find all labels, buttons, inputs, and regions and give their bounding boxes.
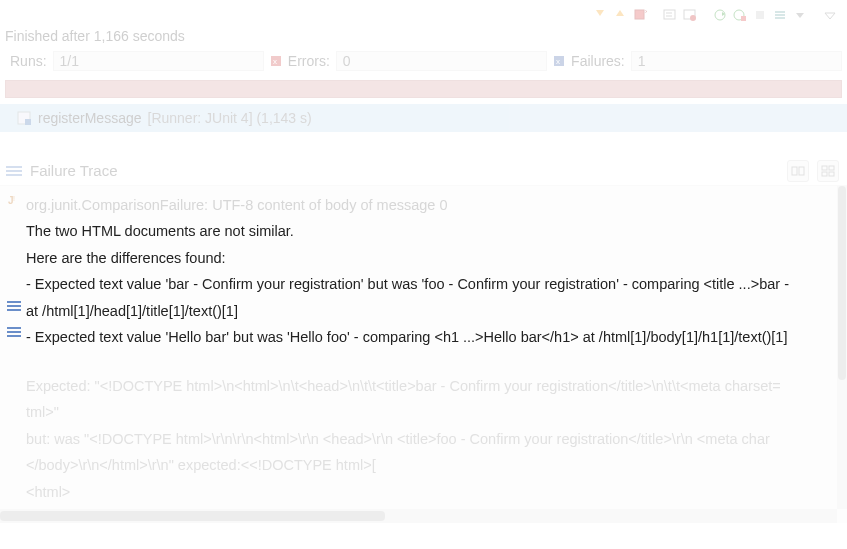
scroll-thumb[interactable]	[838, 186, 846, 380]
failures-label: Failures:	[571, 53, 625, 69]
failure-trace-header: Failure Trace	[0, 156, 847, 186]
trace-line[interactable]: at /html[1]/head[1]/title[1]/text()[1]	[6, 298, 837, 324]
trace-line[interactable]: but: was "<!DOCTYPE html>\r\n\r\n<html>\…	[6, 426, 837, 452]
failures-value: 1	[631, 51, 842, 71]
runs-label: Runs:	[10, 53, 47, 69]
errors-icon: x	[270, 55, 282, 67]
trace-line[interactable]: </body>\r\n</html>\r\n" expected:<<!DOCT…	[6, 452, 837, 478]
trace-line[interactable]: - Expected text value 'Hello bar' but wa…	[6, 324, 837, 350]
test-tree-item[interactable]: registerMessage [Runner: JUnit 4] (1,143…	[0, 104, 847, 132]
svg-rect-0	[635, 10, 644, 19]
filter-button[interactable]	[817, 160, 839, 182]
status-line: Finished after 1,166 seconds	[0, 26, 847, 48]
failure-trace-scroll[interactable]: J! org.junit.ComparisonFailure: UTF-8 co…	[0, 186, 837, 509]
trace-line[interactable]: The two HTML documents are not similar.	[6, 218, 837, 244]
svg-rect-13	[775, 17, 785, 19]
svg-rect-19	[25, 119, 31, 125]
svg-rect-11	[775, 11, 785, 13]
frame-icon	[6, 326, 22, 338]
svg-rect-9	[741, 16, 746, 21]
progress-bar	[5, 80, 842, 98]
spacer	[6, 351, 837, 373]
scroll-lock-icon[interactable]	[681, 6, 699, 24]
svg-rect-23	[792, 167, 797, 175]
trace-line[interactable]: Expected: "<!DOCTYPE html>\n<html>\n\t<h…	[6, 373, 837, 399]
view-menu-icon[interactable]	[821, 6, 839, 24]
trace-line[interactable]: tml>"	[6, 399, 837, 425]
svg-rect-27	[822, 172, 827, 176]
rerun-test-icon[interactable]	[711, 6, 729, 24]
errors-label: Errors:	[288, 53, 330, 69]
tree-gap	[0, 132, 847, 156]
svg-rect-10	[756, 11, 764, 19]
dropdown-arrow-icon[interactable]	[791, 6, 809, 24]
rerun-failed-icon[interactable]	[731, 6, 749, 24]
trace-line[interactable]: <html>	[6, 479, 837, 505]
failure-trace-title: Failure Trace	[30, 162, 779, 179]
exception-icon: J!	[6, 194, 22, 206]
status-text: Finished after 1,166 seconds	[5, 28, 185, 44]
horizontal-scrollbar[interactable]	[0, 509, 837, 523]
svg-rect-24	[799, 167, 804, 175]
test-fail-icon	[16, 110, 32, 126]
frame-icon	[6, 300, 22, 312]
failure-trace-body: J! org.junit.ComparisonFailure: UTF-8 co…	[0, 186, 847, 523]
svg-rect-25	[822, 166, 827, 170]
prev-failure-icon[interactable]	[611, 6, 629, 24]
compare-button[interactable]	[787, 160, 809, 182]
trace-line[interactable]: J! org.junit.ComparisonFailure: UTF-8 co…	[6, 192, 837, 218]
vertical-scrollbar[interactable]	[837, 186, 847, 509]
errors-value: 0	[336, 51, 547, 71]
trace-line[interactable]: Here are the differences found:	[6, 245, 837, 271]
svg-text:x: x	[645, 8, 647, 14]
svg-rect-26	[829, 166, 834, 170]
test-name: registerMessage	[38, 110, 142, 126]
history-icon[interactable]	[771, 6, 789, 24]
svg-point-6	[690, 15, 696, 21]
test-meta: [Runner: JUnit 4] (1,143 s)	[148, 110, 312, 126]
svg-text:x: x	[556, 57, 560, 66]
counters-row: Runs: 1/1 x Errors: 0 x Failures: 1	[0, 48, 847, 74]
junit-toolbar: x	[0, 0, 847, 26]
svg-text:!: !	[13, 195, 15, 202]
stop-icon[interactable]: x	[631, 6, 649, 24]
runs-value: 1/1	[53, 51, 264, 71]
failures-icon: x	[553, 55, 565, 67]
trace-line[interactable]: - Expected text value 'bar - Confirm you…	[6, 271, 837, 297]
scroll-thumb[interactable]	[0, 511, 385, 521]
next-failure-icon[interactable]	[591, 6, 609, 24]
stop-junit-icon[interactable]	[751, 6, 769, 24]
svg-rect-28	[829, 172, 834, 176]
stack-icon	[6, 164, 22, 178]
show-failures-only-icon[interactable]	[661, 6, 679, 24]
svg-rect-12	[775, 14, 785, 16]
svg-text:x: x	[273, 57, 277, 66]
svg-rect-2	[664, 10, 675, 19]
